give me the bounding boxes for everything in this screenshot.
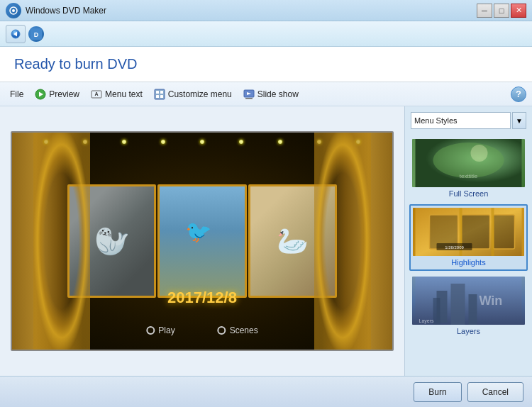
- svg-rect-17: [245, 98, 253, 99]
- photo-2: [160, 186, 244, 296]
- scenes-label: Scenes: [230, 325, 258, 335]
- header: Ready to burn DVD: [0, 47, 532, 82]
- dvd-nav-buttons: Play Scenes: [146, 325, 257, 335]
- menu-text-label: Menu text: [105, 89, 143, 99]
- svg-rect-25: [494, 215, 515, 249]
- preview-icon: [35, 89, 46, 100]
- highlights-label: Highlights: [413, 257, 524, 267]
- style-dropdown[interactable]: Menu Styles ▼: [411, 112, 526, 129]
- preview-screen: 2017/12/8 Play Scenes: [11, 131, 394, 351]
- menu-styles-select[interactable]: Menu Styles: [411, 112, 511, 129]
- highlights-thumbnail: 1/26/2009: [413, 208, 524, 256]
- svg-rect-32: [433, 298, 440, 325]
- svg-text:Layers: Layers: [419, 318, 435, 324]
- fullscreen-thumbnail: texttitle: [412, 139, 525, 187]
- page-title: Ready to burn DVD: [14, 56, 137, 72]
- help-button[interactable]: ?: [511, 87, 526, 102]
- fullscreen-label: Full Screen: [412, 189, 525, 199]
- svg-text:texttitle: texttitle: [460, 173, 478, 179]
- preview-button[interactable]: Preview: [31, 87, 84, 102]
- window-controls[interactable]: ─ □ ✕: [477, 4, 526, 18]
- light-4: [161, 140, 165, 144]
- file-label: File: [10, 89, 23, 99]
- play-label: Play: [158, 325, 174, 335]
- window-title: Windows DVD Maker: [26, 6, 106, 16]
- svg-rect-33: [451, 284, 465, 325]
- preview-area: 2017/12/8 Play Scenes: [0, 106, 404, 376]
- slideshow-button[interactable]: Slide show: [239, 87, 303, 102]
- style-item-highlights[interactable]: 1/26/2009 Highlights: [409, 204, 528, 271]
- menu-text-button[interactable]: A Menu text: [87, 87, 147, 102]
- layers-thumbnail: Win Layers: [412, 277, 525, 325]
- svg-rect-34: [469, 294, 477, 325]
- svg-text:Win: Win: [480, 294, 503, 308]
- light-3: [122, 140, 126, 144]
- dropdown-arrow[interactable]: ▼: [512, 112, 526, 129]
- main-content: 2017/12/8 Play Scenes Menu Styles ▼: [0, 106, 532, 376]
- dvd-logo: D: [28, 26, 44, 42]
- burn-button[interactable]: Burn: [414, 382, 461, 402]
- styles-list: texttitle Full Screen: [405, 135, 532, 376]
- gold-ring-right: [314, 133, 371, 350]
- right-panel: Menu Styles ▼: [404, 106, 532, 376]
- dvd-scenes-button: Scenes: [218, 325, 258, 335]
- light-5: [200, 140, 204, 144]
- photo-frame-2: [157, 184, 246, 298]
- svg-rect-27: [492, 208, 494, 256]
- app-logo: [6, 3, 21, 18]
- bottom-bar: Burn Cancel: [0, 376, 532, 407]
- svg-rect-13: [156, 95, 159, 98]
- slideshow-label: Slide show: [257, 89, 299, 99]
- nav-bar: D: [0, 21, 532, 47]
- style-item-layers[interactable]: Win Layers Layers: [409, 274, 528, 339]
- photo-strip: [67, 184, 337, 298]
- layers-label: Layers: [412, 326, 525, 336]
- svg-rect-11: [156, 91, 159, 94]
- toolbar: File Preview A Menu text: [0, 82, 532, 106]
- dvd-play-button: Play: [146, 325, 174, 335]
- play-circle: [146, 326, 155, 335]
- customize-menu-button[interactable]: Customize menu: [150, 87, 236, 102]
- style-item-fullscreen[interactable]: texttitle Full Screen: [409, 136, 528, 201]
- menu-text-icon: A: [91, 89, 102, 100]
- svg-rect-12: [160, 91, 163, 94]
- customize-icon: [154, 89, 165, 100]
- svg-text:A: A: [95, 91, 99, 96]
- help-icon: ?: [516, 89, 521, 99]
- maximize-button[interactable]: □: [494, 4, 509, 18]
- back-button[interactable]: [6, 25, 26, 43]
- slideshow-icon: [243, 89, 255, 100]
- minimize-button[interactable]: ─: [477, 4, 492, 18]
- light-6: [239, 140, 243, 144]
- close-button[interactable]: ✕: [511, 4, 526, 18]
- title-bar: Windows DVD Maker ─ □ ✕: [0, 0, 532, 21]
- svg-point-20: [471, 145, 488, 162]
- dvd-date: 2017/12/8: [167, 289, 237, 307]
- light-7: [278, 140, 282, 144]
- cancel-button[interactable]: Cancel: [467, 382, 523, 402]
- scenes-circle: [218, 326, 226, 335]
- svg-rect-10: [155, 89, 165, 99]
- svg-text:1/26/2009: 1/26/2009: [445, 245, 464, 250]
- svg-rect-14: [160, 95, 163, 98]
- svg-point-1: [12, 9, 15, 12]
- title-bar-left: Windows DVD Maker: [6, 3, 106, 18]
- file-menu[interactable]: File: [6, 87, 28, 101]
- customize-menu-label: Customize menu: [168, 89, 232, 99]
- preview-label: Preview: [49, 89, 79, 99]
- gold-ring-left: [33, 133, 90, 350]
- svg-text:D: D: [34, 31, 39, 38]
